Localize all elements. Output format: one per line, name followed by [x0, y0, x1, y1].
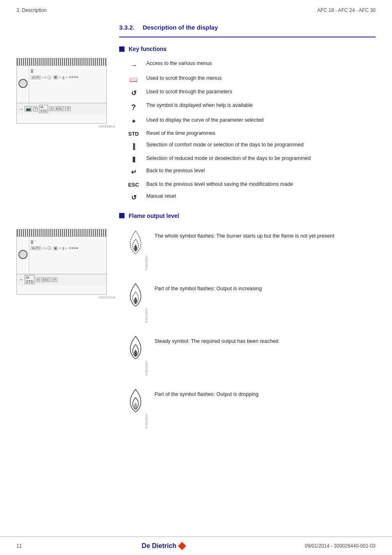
- esc-btn-2: ESC: [41, 278, 50, 282]
- arrow-right-icon: ▷: [45, 76, 47, 79]
- sym-bars: |||: [123, 153, 144, 165]
- mode-btn-2: II: [36, 278, 40, 282]
- table-row: → Access to the various menus: [123, 58, 376, 73]
- circle-icon: ○: [42, 76, 44, 79]
- key-functions-table: → Access to the various menus 📖 Used to …: [123, 58, 376, 204]
- desc-graph: Used to display the curve of the paramet…: [144, 115, 376, 128]
- flame-code-1: C002705-A: [145, 256, 148, 270]
- table-row: ‖ Selection of comfort mode or selection…: [123, 139, 376, 153]
- section-title-block: 3.3.2. Description of the display: [0, 16, 392, 35]
- desc-manual-reset: Manual reset: [144, 191, 376, 204]
- sym-book: 📖: [123, 73, 144, 86]
- flame-symbol-3: C002703-A: [123, 334, 148, 375]
- prog-btn: IASTD: [39, 105, 48, 113]
- auto-label-2: AUTO: [31, 246, 41, 250]
- sym-arrow: →: [123, 58, 144, 73]
- flame-svg-1: [125, 229, 146, 256]
- device-bottom-row: → 📷 ? IASTD II ESC ↺: [17, 103, 106, 114]
- flame-desc-1: The whole symbol flashes: The burner sta…: [154, 229, 334, 240]
- device-diagram-col: ▓ ° AUTO ○ ▷ ⌂ · ▦ ✓: [16, 58, 115, 204]
- check-icon: ✓: [59, 76, 61, 79]
- content: Key functions: [0, 37, 392, 437]
- footer-date-code: 09/01/2014 - 300026440-001-03: [305, 543, 376, 549]
- section-number: 3.3.2.: [119, 24, 135, 31]
- device-main-area: ▓ ° AUTO ○ ▷ ⌂ · ▦ ✓: [29, 66, 106, 103]
- header: 3. Description AFC 18 - AFC 24 - AFC 30: [0, 0, 392, 16]
- temp-icon: °: [35, 69, 36, 73]
- flame-desc-3: Steady symbol: The required output has b…: [154, 334, 278, 345]
- table-row: ||| Selection of reduced mode or deselec…: [123, 153, 376, 165]
- device-status-icons-2: ▓ °: [31, 240, 105, 244]
- device-left-col: [17, 66, 29, 103]
- table-row: ↺ Manual reset: [123, 191, 376, 204]
- flame-item-2: C002704-A Part of the symbol flashes: Ou…: [123, 282, 376, 323]
- calendar-icon: ▦: [53, 75, 58, 79]
- blue-square-icon: [119, 46, 125, 52]
- flame-svg-2: [125, 282, 146, 308]
- house-icon: ⌂: [48, 76, 51, 79]
- key-functions-section: ▓ ° AUTO ○ ▷ ⌂ · ▦ ✓: [16, 58, 376, 204]
- device-diagram-1: ▓ ° AUTO ○ ▷ ⌂ · ▦ ✓: [16, 58, 107, 124]
- mode-btn: II: [49, 106, 53, 111]
- sym-manual-reset: ↺: [123, 191, 144, 204]
- table-row: STD Reset of the time programmes: [123, 128, 376, 140]
- flame-svg-4: [125, 387, 146, 414]
- table-row: ↵ Back to the previous level: [123, 165, 376, 179]
- signal-icon-2: ▓: [31, 240, 33, 244]
- flame-item-1: C002705-A The whole symbol flashes: The …: [123, 229, 376, 270]
- sym-std: STD: [123, 128, 144, 140]
- camera-btn: 📷: [25, 106, 32, 111]
- device-main-area-2: ▓ ° AUTO ○ ▷ ⌂ · ▦ ✓: [29, 237, 106, 274]
- flame-output-title: Flame output level: [129, 213, 179, 219]
- num-icons: ①②③④: [69, 76, 78, 79]
- flame-symbols-col: C002705-A The whole symbol flashes: The …: [123, 229, 376, 429]
- key-functions-title: Key functions: [129, 46, 167, 52]
- thermometer-icon-2: ♨: [65, 247, 68, 250]
- bars-icon: |||: [62, 76, 64, 79]
- page-number: 11: [16, 543, 22, 549]
- header-right: AFC 18 - AFC 24 - AFC 30: [317, 7, 376, 13]
- reset-btn: ↺: [65, 106, 71, 111]
- device-middle-2: ▓ ° AUTO ○ ▷ ⌂ · ▦ ✓: [17, 237, 106, 274]
- thermometer-icon: ♨: [65, 76, 68, 79]
- device-wrap-2: ▓ ° AUTO ○ ▷ ⌂ · ▦ ✓: [16, 229, 115, 299]
- house-icon-2: ⌂: [48, 246, 51, 250]
- device-middle: ▓ ° AUTO ○ ▷ ⌂ · ▦ ✓: [17, 66, 106, 103]
- device-knob: [18, 79, 28, 88]
- desc-question: The symbol is displayed when help is ava…: [144, 100, 376, 115]
- key-table-body: → Access to the various menus 📖 Used to …: [123, 58, 376, 204]
- device-wrap: ▓ ° AUTO ○ ▷ ⌂ · ▦ ✓: [16, 58, 115, 128]
- std-btn: ?: [33, 106, 38, 111]
- desc-arrow: Access to the various menus: [144, 58, 376, 73]
- check-icon-2: ✓: [59, 247, 61, 250]
- desc-esc: Back to the previous level without savin…: [144, 179, 376, 191]
- desc-bars: Selection of reduced mode or deselection…: [144, 153, 376, 165]
- flame-code-4: C002702-A: [145, 414, 148, 428]
- table-row: ESC Back to the previous level without s…: [123, 179, 376, 191]
- sym-pause: ‖: [123, 139, 144, 153]
- reset-btn-2: ↺: [52, 278, 57, 282]
- diagram1-code: C002636-A: [16, 125, 115, 128]
- circle-icon-2: ○: [42, 246, 44, 250]
- sym-question: ?: [123, 100, 144, 115]
- table-row: 📖 Used to scroll through the menus: [123, 73, 376, 86]
- desc-std: Reset of the time programmes: [144, 128, 376, 140]
- bars-icon-2: |||: [62, 247, 64, 250]
- desc-book: Used to scroll through the menus: [144, 73, 376, 86]
- table-row: ↺ Used to scroll through the parameters: [123, 86, 376, 100]
- flame-desc-4: Part of the symbol flashes: Output is dr…: [154, 387, 258, 398]
- device-icon-row-2: AUTO ○ ▷ ⌂ · ▦ ✓ ||| ♨ ①②③④: [31, 246, 105, 250]
- flame-svg-3: [125, 334, 146, 361]
- device-top-bar: [17, 58, 106, 66]
- sym-esc: ESC: [123, 179, 144, 191]
- device-top-bar-2: [17, 229, 106, 237]
- flame-item-4: C002702-A Part of the symbol flashes: Ou…: [123, 387, 376, 428]
- flame-symbol-1: C002705-A: [123, 229, 148, 270]
- question-label: ?: [35, 107, 37, 111]
- flame-code-2: C002704-A: [145, 308, 148, 323]
- prog-btn-2: IASTD: [25, 275, 35, 284]
- dot-icon-2: ·: [52, 247, 53, 250]
- flame-symbol-4: C002702-A: [123, 387, 148, 428]
- arrow-right-icon-2: ▷: [45, 247, 47, 250]
- arrow-btn: →: [18, 106, 23, 112]
